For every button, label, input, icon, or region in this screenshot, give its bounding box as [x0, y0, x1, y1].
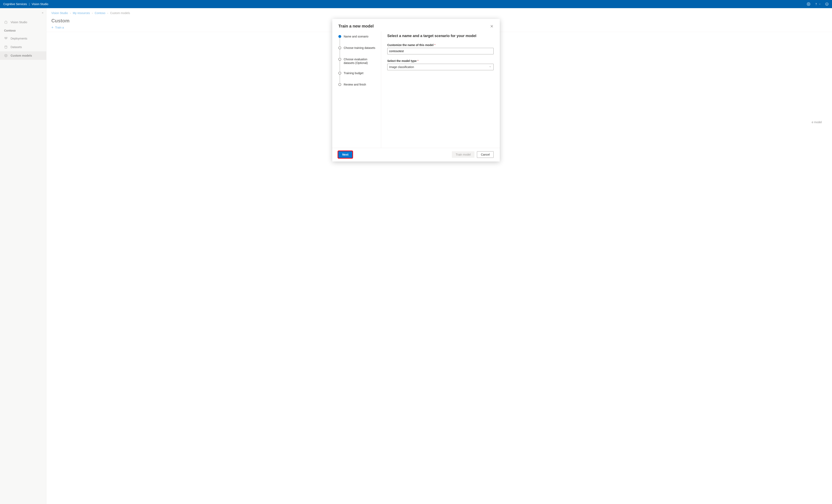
cancel-button[interactable]: Cancel — [477, 151, 494, 158]
next-button[interactable]: Next — [338, 151, 352, 158]
step-connector — [340, 61, 340, 71]
wizard-step-review-finish[interactable]: Review and finish — [338, 83, 377, 87]
model-type-select[interactable]: Image classification — [387, 64, 494, 70]
chevron-down-icon — [818, 3, 821, 5]
model-name-label-text: Customize the name of this model — [387, 43, 434, 47]
step-connector — [340, 75, 340, 83]
train-model-dialog: Train a new model Name and scenario — [332, 19, 500, 161]
step-marker-icon — [338, 72, 341, 75]
header-service-name[interactable]: Cognitive Services — [3, 2, 27, 6]
header-left: Cognitive Services | Vision Studio — [3, 2, 48, 6]
wizard-step-label: Review and finish — [344, 83, 366, 87]
svg-point-2 — [826, 3, 828, 5]
model-name-input[interactable] — [387, 48, 494, 54]
form-heading: Select a name and a target scenario for … — [387, 34, 494, 38]
train-model-button: Train model — [452, 151, 474, 158]
wizard-step-label: Choose evaluation datasets (Optional) — [344, 57, 377, 65]
model-name-label: Customize the name of this model * — [387, 43, 494, 47]
wizard-step-name-scenario[interactable]: Name and scenario — [338, 35, 377, 46]
feedback-smile-icon[interactable] — [825, 2, 829, 6]
wizard-step-training-budget[interactable]: Training budget — [338, 71, 377, 83]
top-header: Cognitive Services | Vision Studio — [0, 0, 832, 8]
modal-overlay: Train a new model Name and scenario — [0, 8, 832, 504]
wizard-step-label: Training budget — [344, 71, 363, 76]
wizard-step-label: Name and scenario — [344, 35, 368, 39]
wizard-step-list: Name and scenario Choose training datase… — [338, 31, 381, 148]
wizard-step-training-datasets[interactable]: Choose training datasets — [338, 46, 377, 57]
model-type-label-text: Select the model type — [387, 59, 417, 62]
svg-point-0 — [808, 4, 809, 5]
wizard-step-evaluation-datasets[interactable]: Choose evaluation datasets (Optional) — [338, 57, 377, 71]
model-type-label: Select the model type * — [387, 59, 494, 62]
close-icon[interactable] — [490, 24, 494, 28]
header-divider: | — [29, 2, 30, 6]
step-connector — [340, 49, 340, 57]
wizard-step-label: Choose training datasets — [344, 46, 375, 51]
header-right — [807, 2, 829, 6]
svg-point-1 — [816, 5, 816, 5]
help-icon[interactable] — [814, 2, 821, 6]
step-marker-icon — [338, 35, 341, 38]
dialog-title: Train a new model — [338, 24, 374, 28]
step-marker-icon — [338, 83, 341, 86]
header-app-name[interactable]: Vision Studio — [32, 2, 48, 6]
step-connector — [340, 38, 340, 46]
required-asterisk: * — [417, 59, 418, 62]
required-asterisk: * — [434, 43, 435, 47]
step-marker-icon — [338, 47, 341, 49]
settings-gear-icon[interactable] — [807, 2, 810, 6]
dialog-footer: Next Train model Cancel — [332, 148, 500, 161]
wizard-form: Select a name and a target scenario for … — [381, 31, 494, 148]
step-marker-icon — [338, 58, 341, 61]
model-type-value: Image classification — [387, 64, 494, 70]
dialog-header: Train a new model — [332, 19, 500, 28]
